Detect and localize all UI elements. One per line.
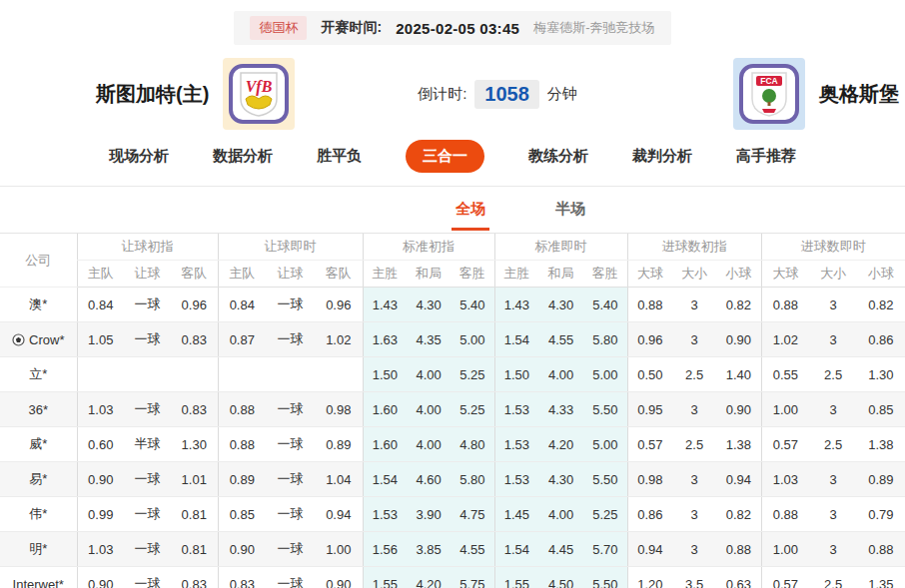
odds-cell[interactable]: 一球 bbox=[266, 288, 315, 322]
odds-cell[interactable]: 3 bbox=[809, 322, 857, 357]
odds-cell[interactable]: 1.38 bbox=[857, 427, 905, 462]
odds-cell[interactable]: 1.43 bbox=[363, 288, 407, 322]
odds-cell[interactable]: 3 bbox=[809, 288, 857, 322]
odds-cell[interactable]: 4.20 bbox=[538, 427, 583, 462]
odds-cell[interactable]: 0.63 bbox=[716, 567, 761, 588]
odds-cell[interactable]: 0.57 bbox=[761, 427, 809, 462]
odds-cell[interactable]: 0.94 bbox=[716, 462, 761, 497]
odds-cell[interactable]: 一球 bbox=[266, 462, 315, 497]
period-tab[interactable]: 半场 bbox=[551, 200, 589, 231]
odds-cell[interactable]: 4.30 bbox=[407, 288, 451, 322]
odds-cell[interactable]: 0.85 bbox=[857, 392, 905, 427]
odds-cell[interactable]: 2.5 bbox=[809, 427, 857, 462]
odds-cell[interactable]: 0.90 bbox=[218, 532, 266, 567]
odds-cell[interactable]: 1.38 bbox=[716, 427, 761, 462]
odds-cell[interactable]: 3 bbox=[809, 497, 857, 532]
odds-cell[interactable]: 1.60 bbox=[363, 392, 407, 427]
odds-cell[interactable]: 0.88 bbox=[857, 532, 905, 567]
odds-cell[interactable]: 一球 bbox=[124, 567, 171, 588]
odds-cell[interactable]: 5.70 bbox=[583, 532, 627, 567]
odds-cell[interactable]: 3 bbox=[672, 462, 716, 497]
odds-cell[interactable]: 5.25 bbox=[583, 497, 627, 532]
odds-cell[interactable]: 1.63 bbox=[363, 322, 407, 357]
odds-cell[interactable]: 5.40 bbox=[451, 288, 494, 322]
nav-tab[interactable]: 胜平负 bbox=[317, 147, 362, 166]
odds-cell[interactable]: 4.00 bbox=[407, 392, 451, 427]
odds-cell[interactable]: 3 bbox=[809, 462, 857, 497]
odds-cell[interactable]: 4.20 bbox=[407, 567, 451, 588]
odds-cell[interactable]: 0.83 bbox=[171, 322, 218, 357]
nav-tab[interactable]: 现场分析 bbox=[109, 147, 169, 166]
odds-cell[interactable]: 1.03 bbox=[77, 392, 124, 427]
odds-cell[interactable]: 1.60 bbox=[363, 427, 407, 462]
odds-cell[interactable]: 0.88 bbox=[761, 497, 809, 532]
odds-cell[interactable]: 3 bbox=[672, 322, 716, 357]
odds-cell[interactable]: 0.85 bbox=[218, 497, 266, 532]
odds-cell[interactable]: 0.90 bbox=[716, 322, 761, 357]
odds-cell[interactable]: 一球 bbox=[266, 532, 315, 567]
nav-tab[interactable]: 数据分析 bbox=[213, 147, 273, 166]
odds-cell[interactable]: 4.55 bbox=[538, 322, 583, 357]
odds-cell[interactable]: 0.84 bbox=[218, 288, 266, 322]
odds-cell[interactable]: 5.75 bbox=[451, 567, 494, 588]
odds-cell[interactable]: 5.80 bbox=[451, 462, 494, 497]
nav-tab[interactable]: 三合一 bbox=[406, 140, 484, 173]
odds-cell[interactable]: 1.30 bbox=[857, 357, 905, 392]
odds-cell[interactable]: 1.03 bbox=[761, 462, 809, 497]
odds-cell[interactable]: 3 bbox=[809, 532, 857, 567]
odds-cell[interactable]: 1.00 bbox=[761, 532, 809, 567]
odds-cell[interactable]: 1.05 bbox=[77, 322, 124, 357]
odds-cell[interactable]: 0.83 bbox=[171, 392, 218, 427]
odds-cell[interactable]: 4.33 bbox=[538, 392, 583, 427]
odds-cell[interactable]: 2.5 bbox=[809, 567, 857, 588]
odds-cell[interactable]: 1.04 bbox=[315, 462, 363, 497]
nav-tab[interactable]: 裁判分析 bbox=[632, 147, 692, 166]
odds-cell[interactable]: 1.53 bbox=[494, 392, 538, 427]
nav-tab[interactable]: 教练分析 bbox=[528, 147, 588, 166]
odds-cell[interactable]: 5.50 bbox=[583, 567, 627, 588]
odds-cell[interactable]: 1.30 bbox=[171, 427, 218, 462]
odds-cell[interactable]: 1.50 bbox=[363, 357, 407, 392]
odds-cell[interactable]: 4.75 bbox=[451, 497, 494, 532]
odds-cell[interactable]: 5.00 bbox=[583, 427, 627, 462]
odds-cell[interactable]: 4.45 bbox=[538, 532, 583, 567]
odds-cell[interactable]: 3 bbox=[672, 497, 716, 532]
odds-cell[interactable]: 0.88 bbox=[218, 392, 266, 427]
odds-cell[interactable]: 4.00 bbox=[407, 357, 451, 392]
odds-cell[interactable]: 一球 bbox=[124, 497, 171, 532]
odds-cell[interactable]: 5.00 bbox=[451, 322, 494, 357]
odds-cell[interactable]: 0.99 bbox=[77, 497, 124, 532]
odds-cell[interactable]: 0.86 bbox=[857, 322, 905, 357]
odds-cell[interactable]: 3.5 bbox=[672, 567, 716, 588]
odds-cell[interactable]: 0.98 bbox=[627, 462, 672, 497]
odds-cell[interactable]: 0.82 bbox=[716, 497, 761, 532]
odds-cell[interactable]: 1.54 bbox=[494, 532, 538, 567]
odds-cell[interactable]: 1.45 bbox=[494, 497, 538, 532]
odds-cell[interactable]: 0.83 bbox=[171, 567, 218, 588]
nav-tab[interactable]: 高手推荐 bbox=[736, 147, 796, 166]
odds-cell[interactable]: 0.96 bbox=[171, 288, 218, 322]
odds-cell[interactable]: 4.30 bbox=[538, 288, 583, 322]
odds-cell[interactable]: 4.50 bbox=[538, 567, 583, 588]
odds-cell[interactable]: 0.84 bbox=[77, 288, 124, 322]
odds-cell[interactable]: 2.5 bbox=[672, 357, 716, 392]
odds-cell[interactable]: 一球 bbox=[266, 497, 315, 532]
odds-cell[interactable]: 0.88 bbox=[761, 288, 809, 322]
odds-cell[interactable]: 0.90 bbox=[716, 392, 761, 427]
odds-cell[interactable]: 0.89 bbox=[218, 462, 266, 497]
odds-cell[interactable]: 0.89 bbox=[857, 462, 905, 497]
odds-cell[interactable]: 0.95 bbox=[627, 392, 672, 427]
odds-cell[interactable]: 0.57 bbox=[627, 427, 672, 462]
odds-cell[interactable]: 1.00 bbox=[761, 392, 809, 427]
odds-cell[interactable]: 0.87 bbox=[218, 322, 266, 357]
odds-cell[interactable]: 一球 bbox=[124, 532, 171, 567]
odds-cell[interactable]: 0.50 bbox=[627, 357, 672, 392]
odds-cell[interactable]: 1.54 bbox=[363, 462, 407, 497]
odds-cell[interactable]: 4.30 bbox=[538, 462, 583, 497]
odds-cell[interactable]: 2.5 bbox=[809, 357, 857, 392]
odds-cell[interactable]: 一球 bbox=[124, 288, 171, 322]
odds-cell[interactable]: 5.50 bbox=[583, 462, 627, 497]
odds-cell[interactable]: 0.57 bbox=[761, 567, 809, 588]
odds-cell[interactable]: 一球 bbox=[266, 427, 315, 462]
odds-cell[interactable]: 0.55 bbox=[761, 357, 809, 392]
